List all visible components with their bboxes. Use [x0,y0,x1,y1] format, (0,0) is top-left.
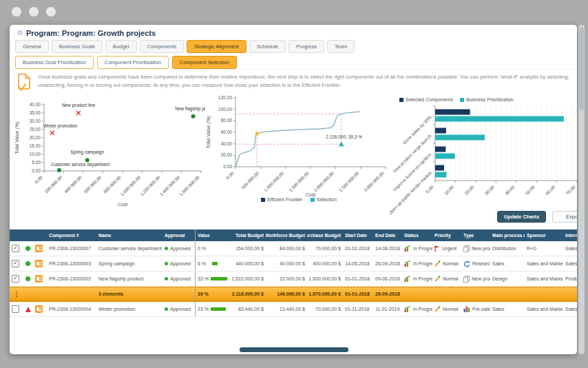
cell-priority: Normal [432,302,461,316]
cell-type: Research [461,256,490,271]
value-progress-bar [212,262,218,265]
cell-main: Design [490,272,525,286]
tab-components[interactable]: Components [140,40,185,53]
svg-text:200.000,00: 200.000,00 [43,174,63,194]
column-header-type[interactable]: Type [461,229,490,241]
cell-priority [432,287,461,300]
svg-text:Total Value (%): Total Value (%) [14,122,20,154]
urgent-icon [434,245,440,252]
column-header-end[interactable]: End Date [373,229,402,241]
column-header-total[interactable]: Total Budget [227,229,266,241]
subtab-component-prioritization[interactable]: Component Prioritization [97,56,169,69]
column-header-workforce[interactable]: Workforce Budget [266,229,307,241]
cell-approval: Approved [162,302,196,316]
page-title: Program: Program: Growth projects [26,29,156,37]
cell-status: In Progre [402,256,432,271]
window-control-dot[interactable] [12,7,21,17]
window-control-dot[interactable] [29,7,39,17]
cell-workforce: 84.000,00 $ [266,241,307,256]
column-header-value[interactable]: Value [196,229,227,241]
cell-approval: Approved [162,272,196,286]
horizontal-scrollbar[interactable] [240,347,348,352]
column-header-priority[interactable]: Priority [432,229,461,241]
approved-dot-icon [165,307,168,311]
svg-text:20,00: 20,00 [30,135,41,140]
health-ok-icon [25,276,30,281]
app-window: ☆ Program: Program: Growth projects Gene… [10,25,577,354]
cell-purchase: 70.000,00 $ [307,302,343,316]
window-control-dot[interactable] [46,7,56,17]
cell-client: Sales and Marke... [563,302,577,316]
table-summary-row[interactable]: ⋮3 elements39 %2.116.000,00 $146.000,00 … [10,287,577,302]
row-checkbox[interactable]: ✓ [12,260,19,267]
tab-budget[interactable]: Budget [105,40,137,53]
column-header-start[interactable]: Start Date [343,229,373,241]
status-icon [404,306,411,312]
tab-business-goals[interactable]: Business Goals [52,40,103,53]
column-header-approval[interactable]: Approval [162,229,196,241]
update-charts-button[interactable]: Update Charts [497,211,546,223]
cell-id [47,287,96,300]
column-header-main[interactable]: Main process affected [490,229,525,241]
business-goal-bar-chart[interactable]: Grow sales by 20%New product range launc… [390,103,577,216]
subtab-component-selection[interactable]: Component Selection [172,56,237,69]
proj-icon [35,275,43,283]
table-row[interactable]: ✓PR-2306-13000007Customer service depart… [10,241,577,256]
column-header-client[interactable]: Internal Client [563,229,577,241]
row-checkbox[interactable]: ✓ [12,245,19,252]
column-header-id[interactable]: Component # [47,229,96,241]
favorite-star-icon[interactable]: ☆ [17,28,23,37]
column-header-name[interactable]: Name [96,229,162,241]
column-header-status[interactable]: Status [402,229,432,241]
table-row[interactable]: ✓PR-2306-13000003Spring campaignApproved… [10,256,577,272]
svg-text:0,00: 0,00 [34,174,43,184]
cell-sponsor [525,287,563,300]
table-header-row: Component #NameApprovalValueTotal Budget… [10,229,577,241]
cell-health [23,302,33,316]
svg-text:600.000,00: 600.000,00 [83,174,102,194]
cell-value: 23 % [196,302,227,316]
proj-icon [35,260,43,267]
page-title-row: ☆ Program: Program: Growth projects [17,28,156,37]
column-header-proj [33,229,47,241]
cell-name: Customer service department [96,241,162,256]
cell-total: 154.000,00 $ [227,241,266,256]
cell-chk: ✓ [10,241,23,256]
tab-progress[interactable]: Progress [288,40,324,53]
pages-icon [463,276,470,283]
legend-item: Selected Components [399,97,453,102]
cell-end: 26-09-2018 [373,256,402,271]
bars-chart-legend: Selected ComponentsBusiness Prioritizati… [399,97,514,102]
cell-id: PR-2306-13000003 [47,256,96,271]
svg-text:500.000,00: 500.000,00 [240,170,260,190]
row-checkbox[interactable]: ✓ [12,275,19,283]
column-header-purchase[interactable]: Purchase Budget [307,229,343,241]
cell-value: 39 % [196,287,227,300]
component-scatter-chart[interactable]: 0,005,0010,0015,0020,0025,0030,0035,0040… [14,96,205,208]
vertical-scrollbar[interactable] [578,25,585,354]
cell-client: Sales and Marke... [563,241,577,256]
status-icon [404,276,411,282]
subtab-business-goal-prioritization[interactable]: Business Goal Prioritization [15,56,94,69]
vertical-scrollbar-thumb[interactable] [579,28,584,110]
cell-status: In Progre [402,272,432,286]
tab-team[interactable]: Team [327,40,355,53]
efficient-frontier-chart[interactable]: 0,0020,0040,0060,0080,00100,00120,000,00… [205,94,392,198]
svg-text:120,00: 120,00 [218,95,232,100]
column-header-sponsor[interactable]: Sponsor [525,229,563,241]
normal-icon [434,276,441,282]
tab-schedule[interactable]: Schedule [249,40,286,53]
svg-text:0,00: 0,00 [225,170,235,180]
row-checkbox[interactable] [12,305,19,313]
svg-text:2.000.000,00: 2.000.000,00 [313,170,335,192]
tab-strategic-alignment[interactable]: Strategic Alignment [187,40,246,53]
svg-text:New flagship pr: New flagship pr [175,106,205,112]
svg-text:New product line: New product line [62,103,96,108]
document-check-icon [17,73,32,92]
cell-health [23,272,33,286]
cell-priority: Urgent [432,241,461,256]
table-row[interactable]: ✓PR-2306-13000002New flagship productApp… [10,272,577,287]
tab-general[interactable]: General [15,40,49,53]
table-row[interactable]: PR-2306-13000004Winter promotionApproved… [10,302,577,317]
export-to-excel-button[interactable]: Export To Excel [552,211,577,223]
